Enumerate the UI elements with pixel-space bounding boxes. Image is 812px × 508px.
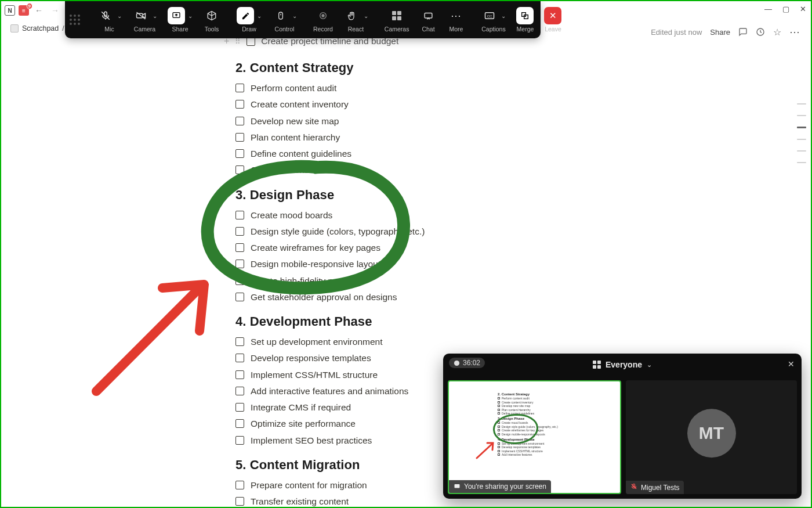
task-text[interactable]: Optimize site performance [251,417,356,430]
task-text[interactable]: Transfer existing content [251,495,349,507]
toolbar-merge[interactable]: Merge [512,1,538,38]
task-text[interactable]: Design mobile-responsive layouts [251,257,385,271]
task-text[interactable]: Plan content hierarchy [251,131,340,144]
task-text[interactable]: Develop new site map [251,114,339,128]
window-maximize[interactable]: ▢ [782,5,789,13]
checkbox[interactable] [235,370,244,379]
nav-back[interactable]: ← [32,5,45,16]
hand-icon[interactable] [343,7,361,24]
page-outline-ticks[interactable] [797,103,806,163]
task-row[interactable]: Develop new site map [235,114,811,128]
checkbox[interactable] [235,133,244,142]
updates-icon[interactable] [756,27,765,37]
chevron-down-icon[interactable]: ⌄ [291,13,297,19]
checkbox[interactable] [235,100,244,109]
checkbox[interactable] [235,165,244,174]
task-row[interactable]: Get stakeholder approval on designs [235,290,811,304]
toolbar-drag-handle[interactable] [70,15,80,25]
task-text[interactable]: Integrate CMS if required [251,401,351,414]
cube-icon[interactable] [203,7,220,24]
merge-icon[interactable] [516,7,534,24]
task-row[interactable]: Create mood boards [235,208,811,222]
task-text[interactable]: Implement SEO best practices [251,434,372,447]
share-screen-icon[interactable] [168,7,185,24]
chevron-down-icon[interactable]: ⌄ [255,13,262,19]
task-text[interactable]: Develop responsive templates [251,351,371,365]
captions-icon[interactable]: CC [481,7,498,24]
chevron-down-icon[interactable]: ⌄ [186,13,193,19]
checkbox[interactable] [235,227,244,236]
checkbox[interactable] [235,117,244,125]
window-close[interactable]: ✕ [800,5,806,13]
task-row[interactable]: Create content inventory [235,98,811,111]
checkbox[interactable] [235,276,244,285]
video-panel-close[interactable]: ✕ [788,359,795,369]
task-row[interactable]: Design style guide (colors, typography, … [235,225,811,238]
task-row[interactable]: Set up development environment [235,335,811,348]
checkbox[interactable] [235,419,244,428]
pencil-icon[interactable] [237,7,254,24]
toolbar-chat[interactable]: Chat [415,1,441,38]
toolbar-control[interactable]: ⌄ Control [268,1,301,38]
task-text[interactable]: Add interactive features and animations [251,384,408,398]
view-selector[interactable]: Everyone ⌄ [593,360,652,369]
toolbar-leave[interactable]: ✕ Leave [540,1,566,38]
checkbox[interactable] [235,337,244,346]
record-icon[interactable] [314,7,332,24]
meeting-timer[interactable]: 36:02 [449,358,485,368]
participant-tile[interactable]: MT Miguel Tests [626,380,797,494]
mouse-icon[interactable] [272,7,289,24]
section-heading[interactable]: 4. Development Phase [235,314,811,329]
task-text[interactable]: Create wireframes for key pages [251,241,380,254]
task-row[interactable]: Plan content hierarchy [235,131,811,144]
nav-forward[interactable]: → [49,5,61,16]
toolbar-camera[interactable]: ⌄ Camera [128,1,161,38]
chevron-down-icon[interactable]: ⌄ [499,13,506,19]
checkbox[interactable] [235,497,244,506]
app-icon[interactable]: N [5,5,15,16]
checkbox[interactable] [235,387,244,395]
toolbar-react[interactable]: ⌄ React [339,1,372,38]
gallery-icon[interactable] [388,7,405,24]
window-minimize[interactable]: — [764,5,772,13]
toolbar-record[interactable]: Record [309,1,337,38]
more-menu-icon[interactable]: ⋯ [789,26,800,38]
checkbox[interactable] [235,243,244,252]
task-text[interactable]: Define content guidelines [251,147,351,160]
checkbox[interactable] [235,481,244,489]
task-text[interactable]: Get stakeholder approval on designs [251,290,397,304]
task-text[interactable]: Create editorial calendar [251,163,349,176]
chevron-down-icon[interactable]: ⌄ [115,13,122,19]
toolbar-more[interactable]: ⋯ More [443,1,469,38]
task-row[interactable]: Create editorial calendar [235,163,811,176]
checkbox[interactable] [235,354,244,362]
checkbox[interactable] [235,436,244,445]
toolbar-captions[interactable]: CC⌄ Captions [477,1,510,38]
task-row[interactable]: Create high-fidelity mockups [235,274,811,287]
toolbar-cameras[interactable]: Cameras [380,1,414,38]
checkbox[interactable] [235,260,244,268]
task-text[interactable]: Design style guide (colors, typography, … [251,225,425,238]
section-heading[interactable]: 3. Design Phase [235,188,811,203]
toolbar-share[interactable]: ⌄ Share [164,1,197,38]
task-text[interactable]: Create content inventory [251,98,349,111]
checkbox[interactable] [235,211,244,219]
task-text[interactable]: Perform content audit [251,81,336,95]
task-text[interactable]: Create high-fidelity mockups [251,274,364,287]
checkbox[interactable] [235,403,244,412]
task-row[interactable]: Perform content audit [235,81,811,95]
chevron-down-icon[interactable]: ⌄ [362,13,368,19]
share-button[interactable]: Share [710,28,730,37]
task-text[interactable]: Prepare content for migration [251,478,367,492]
task-text[interactable]: Implement CSS/HTML structure [251,368,378,381]
screenshare-tile[interactable]: 2. Content Strategy Perform content audi… [448,380,621,494]
task-row[interactable]: Define content guidelines [235,147,811,160]
task-text[interactable]: Create mood boards [251,208,332,222]
close-icon[interactable]: ✕ [544,7,561,24]
toolbar-draw[interactable]: ⌄ Draw [233,1,266,38]
task-text[interactable]: Set up development environment [251,335,382,348]
section-heading[interactable]: 2. Content Strategy [235,60,811,75]
chevron-down-icon[interactable]: ⌄ [151,13,157,19]
toolbar-mic[interactable]: ⌄ Mic [93,1,126,38]
task-row[interactable]: Create wireframes for key pages [235,241,811,254]
